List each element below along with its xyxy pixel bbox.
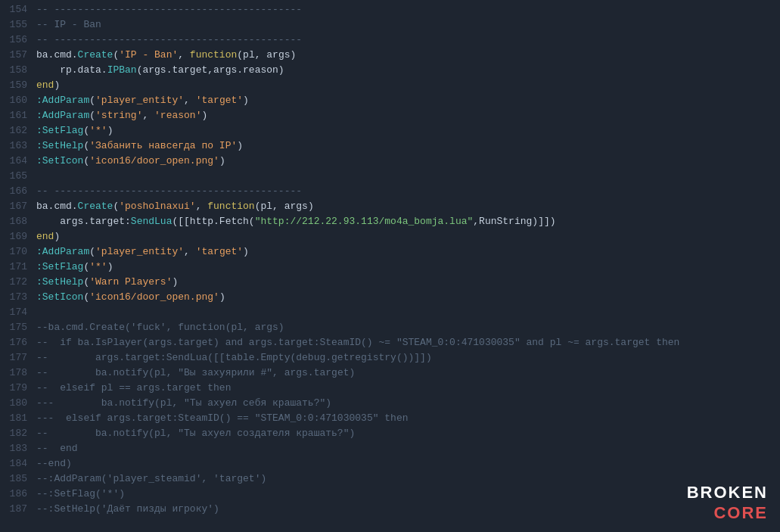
line-content — [36, 306, 780, 318]
code-line: 163:SetHelp('Забанить навсегда по IP') — [0, 139, 780, 154]
code-line: 176-- if ba.IsPlayer(args.target) and ar… — [0, 336, 780, 351]
line-content: --- ba.notify(pl, "Ты ахуел себя крашать… — [36, 397, 780, 409]
line-content: rp.data.IPBan(args.target,args.reason) — [36, 64, 780, 76]
line-number: 164 — [0, 155, 36, 166]
code-line: 185--:AddParam('player_steamid', 'target… — [0, 472, 780, 487]
line-content: :AddParam('string', 'reason') — [36, 110, 780, 121]
line-number: 187 — [0, 503, 36, 515]
code-line: 186--:SetFlag('*') — [0, 487, 780, 502]
line-content: end) — [36, 231, 780, 242]
line-number: 176 — [0, 337, 36, 348]
line-number: 180 — [0, 397, 36, 409]
line-content: -- end — [36, 443, 780, 454]
line-number: 177 — [0, 352, 36, 363]
code-line: 173:SetIcon('icon16/door_open.png') — [0, 291, 780, 306]
code-line: 177-- args.target:SendLua([[table.Empty(… — [0, 351, 780, 366]
code-editor: 154-- ----------------------------------… — [0, 0, 780, 532]
line-number: 159 — [0, 79, 36, 91]
line-content — [36, 170, 780, 182]
code-line: 178-- ba.notify(pl, "Вы захуярили #", ar… — [0, 366, 780, 381]
code-line: 170:AddParam('player_entity', 'target') — [0, 245, 780, 260]
code-line: 181--- elseif args.target:SteamID() == "… — [0, 412, 780, 427]
line-number: 172 — [0, 276, 36, 288]
line-number: 169 — [0, 231, 36, 242]
code-line: 169end) — [0, 230, 780, 245]
code-line: 171:SetFlag('*') — [0, 260, 780, 275]
line-number: 156 — [0, 34, 36, 45]
line-content: -- if ba.IsPlayer(args.target) and args.… — [36, 337, 780, 348]
code-line: 155-- IP - Ban — [0, 18, 780, 33]
line-number: 165 — [0, 170, 36, 182]
line-number: 174 — [0, 306, 36, 318]
line-content: -- -------------------------------------… — [36, 34, 780, 45]
line-content: --- elseif args.target:SteamID() == "STE… — [36, 412, 780, 424]
code-line: 164:SetIcon('icon16/door_open.png') — [0, 154, 780, 170]
line-number: 166 — [0, 185, 36, 197]
line-content: --:SetHelp('Даёт пизды игроку') — [36, 503, 780, 515]
line-number: 154 — [0, 4, 36, 15]
line-number: 158 — [0, 64, 36, 76]
code-line: 168 args.target:SendLua([[http.Fetch("ht… — [0, 215, 780, 230]
line-number: 171 — [0, 261, 36, 272]
line-content: :SetIcon('icon16/door_open.png') — [36, 155, 780, 166]
line-content: args.target:SendLua([[http.Fetch("http:/… — [36, 216, 780, 227]
line-content: :SetIcon('icon16/door_open.png') — [36, 291, 780, 303]
line-content: :SetFlag('*') — [36, 261, 780, 272]
code-line: 166-- ----------------------------------… — [0, 185, 780, 200]
code-line: 183-- end — [0, 442, 780, 457]
line-content: :SetHelp('Забанить навсегда по IP') — [36, 140, 780, 151]
line-content: -- -------------------------------------… — [36, 4, 780, 15]
code-line: 182-- ba.notify(pl, "Ты ахуел создателя … — [0, 427, 780, 442]
line-content: -- elseif pl == args.target then — [36, 382, 780, 394]
line-number: 179 — [0, 382, 36, 394]
line-number: 184 — [0, 458, 36, 469]
line-number: 157 — [0, 49, 36, 61]
line-content: :SetFlag('*') — [36, 125, 780, 136]
line-content: --:AddParam('player_steamid', 'target') — [36, 473, 780, 484]
line-content: ba.cmd.Create('IP - Ban', function(pl, a… — [36, 49, 780, 61]
line-content: :AddParam('player_entity', 'target') — [36, 95, 780, 106]
code-line: 175--ba.cmd.Create('fuck', function(pl, … — [0, 321, 780, 336]
line-content: -- args.target:SendLua([[table.Empty(deb… — [36, 352, 780, 363]
line-number: 167 — [0, 201, 36, 212]
code-line: 174 — [0, 306, 780, 321]
line-number: 173 — [0, 291, 36, 303]
line-number: 178 — [0, 367, 36, 378]
code-line: 172:SetHelp('Warn Players') — [0, 275, 780, 291]
line-number: 162 — [0, 125, 36, 136]
code-line: 180--- ba.notify(pl, "Ты ахуел себя краш… — [0, 397, 780, 412]
line-content: -- ba.notify(pl, "Ты ахуел создателя кра… — [36, 428, 780, 439]
code-line: 187--:SetHelp('Даёт пизды игроку') — [0, 502, 780, 518]
line-number: 170 — [0, 246, 36, 257]
code-line: 154-- ----------------------------------… — [0, 3, 780, 18]
line-content: -- -------------------------------------… — [36, 185, 780, 197]
line-number: 185 — [0, 473, 36, 484]
line-number: 160 — [0, 95, 36, 106]
code-line: 157ba.cmd.Create('IP - Ban', function(pl… — [0, 48, 780, 64]
code-line: 160:AddParam('player_entity', 'target') — [0, 94, 780, 109]
line-number: 175 — [0, 322, 36, 333]
line-number: 161 — [0, 110, 36, 121]
line-content: :SetHelp('Warn Players') — [36, 276, 780, 288]
watermark: BROKEN CORE — [687, 483, 768, 523]
line-content: --:SetFlag('*') — [36, 488, 780, 499]
line-content: --end) — [36, 458, 780, 469]
code-line: 156-- ----------------------------------… — [0, 33, 780, 48]
line-content: end) — [36, 79, 780, 91]
code-line: 184--end) — [0, 457, 780, 472]
code-line: 158 rp.data.IPBan(args.target,args.reaso… — [0, 64, 780, 79]
code-line: 165 — [0, 170, 780, 185]
line-number: 186 — [0, 488, 36, 499]
code-line: 159end) — [0, 79, 780, 94]
line-number: 183 — [0, 443, 36, 454]
code-line: 161:AddParam('string', 'reason') — [0, 109, 780, 124]
line-content: ba.cmd.Create('posholnaxui', function(pl… — [36, 201, 780, 212]
watermark-core: CORE — [713, 503, 768, 522]
code-line: 162:SetFlag('*') — [0, 124, 780, 139]
code-line: 179-- elseif pl == args.target then — [0, 381, 780, 397]
watermark-broken: BROKEN — [687, 483, 768, 502]
code-line: 167ba.cmd.Create('posholnaxui', function… — [0, 200, 780, 215]
line-content: --ba.cmd.Create('fuck', function(pl, arg… — [36, 322, 780, 333]
line-content: :AddParam('player_entity', 'target') — [36, 246, 780, 257]
line-number: 168 — [0, 216, 36, 227]
